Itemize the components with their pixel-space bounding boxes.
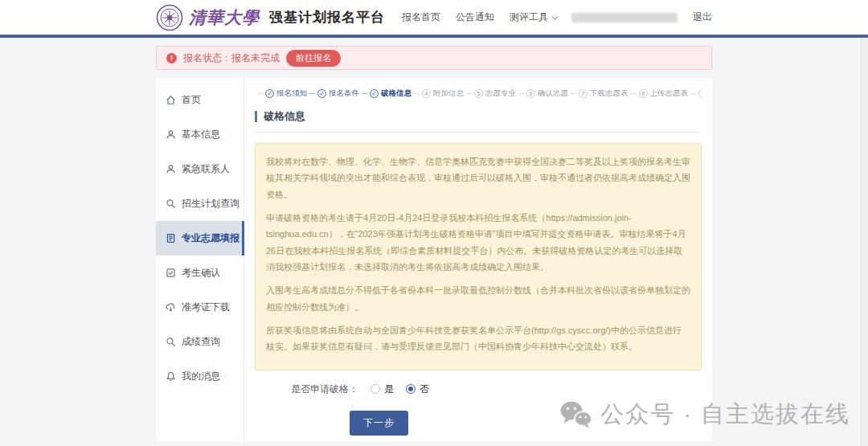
- step-circle-icon: ✓: [370, 89, 379, 98]
- header: 清華大學 强基计划报名平台 报名首页 公告通知 测评工具 退出: [0, 0, 868, 35]
- radio-label: 否: [420, 383, 429, 396]
- main-panel: ✓ 报名须知 ✓ 报名条件 ✓ 破格信息: [244, 78, 712, 442]
- nav-tools-label: 测评工具: [510, 10, 548, 24]
- step-circle-icon: 5: [474, 89, 483, 98]
- step-label: 下载志愿表: [590, 88, 628, 99]
- search-icon: [166, 198, 176, 209]
- top-nav: 报名首页 公告通知 测评工具 退出: [402, 10, 712, 24]
- sidebar-item-label: 招生计划查询: [182, 197, 240, 211]
- step-circle-icon: 8: [639, 89, 648, 98]
- stepper-step: ✓ 报名须知: [255, 88, 307, 99]
- notice-paragraph: 入围考生高考成绩总分不得低于各省份本科一批录取最低控制分数线（合并本科批次省份以…: [266, 282, 690, 315]
- sidebar-item-label: 首页: [182, 93, 201, 107]
- user-info-redacted: [571, 13, 678, 23]
- sidebar-item-label: 考生确认: [182, 266, 220, 280]
- notice-paragraph: 所获奖项信息将由系统自动与全国青少年科技竞赛获奖名单公示平台(http://gs…: [266, 322, 690, 355]
- sidebar-item-admission-plan-query[interactable]: 招生计划查询: [156, 186, 244, 221]
- step-label: 报名须知: [276, 88, 307, 99]
- status-alert: ! 报名状态：报名未完成 前往报名: [156, 46, 712, 70]
- nav-assessment-tools[interactable]: 测评工具: [510, 10, 556, 24]
- step-circle-icon: ✓: [265, 89, 274, 98]
- sidebar-item-major-preference[interactable]: 专业志愿填报: [156, 221, 244, 256]
- user-icon: [166, 164, 176, 174]
- step-circle-icon: 4: [422, 89, 431, 98]
- radio-icon: [406, 384, 416, 394]
- stepper-step: 6 确认志愿: [516, 88, 568, 99]
- sidebar-item-candidate-confirm[interactable]: 考生确认: [156, 256, 244, 290]
- sidebar-item-ticket-download[interactable]: 准考证下载: [156, 290, 244, 325]
- sidebar-item-messages[interactable]: 我的消息: [156, 359, 244, 394]
- stepper-step: 8 上传志愿表: [628, 88, 689, 99]
- sidebar-item-label: 专业志愿填报: [182, 231, 240, 245]
- scrollbar[interactable]: [861, 38, 868, 446]
- cloud-download-icon: [166, 302, 176, 313]
- radio-label: 是: [384, 383, 394, 396]
- nav-announcements[interactable]: 公告通知: [456, 10, 494, 24]
- stepper-step: 9 填报完成: [688, 88, 702, 99]
- notice-box: 我校将对在数学、物理、化学、生物学、信息学奥林匹克竞赛中获得全国决赛二等奖及以上…: [255, 143, 702, 370]
- form-label: 是否申请破格：: [291, 383, 358, 396]
- content-card: 首页 基本信息 紧急联系人: [156, 78, 712, 442]
- step-label: 确认志愿: [538, 88, 568, 99]
- sidebar-item-emergency-contact[interactable]: 紧急联系人: [156, 152, 244, 186]
- search-icon: [166, 337, 176, 347]
- step-circle-icon: ✓: [317, 89, 326, 98]
- brand: 清華大學 强基计划报名平台: [156, 4, 385, 31]
- check-square-icon: [166, 268, 176, 278]
- sidebar-item-label: 准考证下载: [182, 301, 230, 314]
- next-step-button[interactable]: 下一步: [350, 411, 408, 436]
- wechat-icon: [559, 400, 592, 429]
- sidebar-item-home[interactable]: 首页: [156, 83, 244, 117]
- watermark-text: 公众号 · 自主选拔在线: [600, 399, 850, 431]
- progress-stepper: ✓ 报名须知 ✓ 报名条件 ✓ 破格信息: [255, 86, 702, 99]
- radio-icon: [371, 384, 380, 394]
- radio-no[interactable]: 否: [406, 383, 429, 396]
- home-icon: [166, 95, 176, 105]
- status-text: 报名状态：报名未完成: [183, 51, 280, 65]
- page: 清華大學 强基计划报名平台 报名首页 公告通知 测评工具 退出 ! 报名状态：报…: [0, 0, 868, 446]
- warning-icon: !: [166, 53, 177, 63]
- exception-apply-form-row: 是否申请破格： 是 否: [255, 383, 702, 396]
- sidebar-item-label: 我的消息: [182, 370, 220, 383]
- tsinghua-seal-icon: [156, 4, 183, 31]
- step-label: 上传志愿表: [650, 88, 689, 99]
- sidebar-item-basic-info[interactable]: 基本信息: [156, 117, 244, 152]
- app-title: 强基计划报名平台: [269, 8, 385, 27]
- step-circle-icon: 9: [698, 89, 702, 98]
- section-title-text: 破格信息: [264, 109, 305, 124]
- stepper-step: ✓ 破格信息: [359, 88, 411, 99]
- user-icon: [166, 129, 176, 140]
- form-icon: [166, 233, 176, 243]
- radio-yes[interactable]: 是: [371, 383, 394, 396]
- step-label: 报名条件: [329, 88, 359, 99]
- header-divider: [0, 35, 868, 38]
- nav-logout[interactable]: 退出: [693, 10, 712, 24]
- bell-icon: [166, 371, 176, 382]
- sidebar-item-label: 成绩查询: [182, 335, 220, 349]
- stepper-step: 4 附加信息: [411, 88, 464, 99]
- sidebar-item-label: 基本信息: [182, 128, 220, 141]
- sidebar-item-label: 紧急联系人: [182, 162, 230, 176]
- sidebar-item-score-query[interactable]: 成绩查询: [156, 325, 244, 359]
- nav-home[interactable]: 报名首页: [402, 10, 440, 24]
- sidebar: 首页 基本信息 紧急联系人: [156, 78, 244, 442]
- step-label: 破格信息: [381, 88, 411, 99]
- chevron-down-icon: [551, 13, 558, 19]
- step-circle-icon: 7: [579, 89, 588, 98]
- stepper-step: 7 下载志愿表: [568, 88, 628, 99]
- title-accent-bar: [255, 111, 257, 122]
- notice-paragraph: 申请破格资格的考生请于4月20日-4月24日登录我校本科招生报名系统（https…: [266, 210, 690, 275]
- stepper-step: ✓ 报名条件: [307, 88, 359, 99]
- section-title: 破格信息: [255, 109, 702, 133]
- notice-paragraph: 我校将对在数学、物理、化学、生物学、信息学奥林匹克竞赛中获得全国决赛二等奖及以上…: [266, 153, 690, 203]
- step-circle-icon: 6: [526, 89, 535, 98]
- university-logo-text: 清華大學: [189, 6, 260, 29]
- step-label: 志愿专业: [485, 88, 516, 99]
- go-register-button[interactable]: 前往报名: [286, 50, 341, 67]
- watermark: 公众号 · 自主选拔在线: [559, 399, 850, 431]
- step-label: 附加信息: [433, 88, 464, 99]
- stepper-step: 5 志愿专业: [464, 88, 516, 99]
